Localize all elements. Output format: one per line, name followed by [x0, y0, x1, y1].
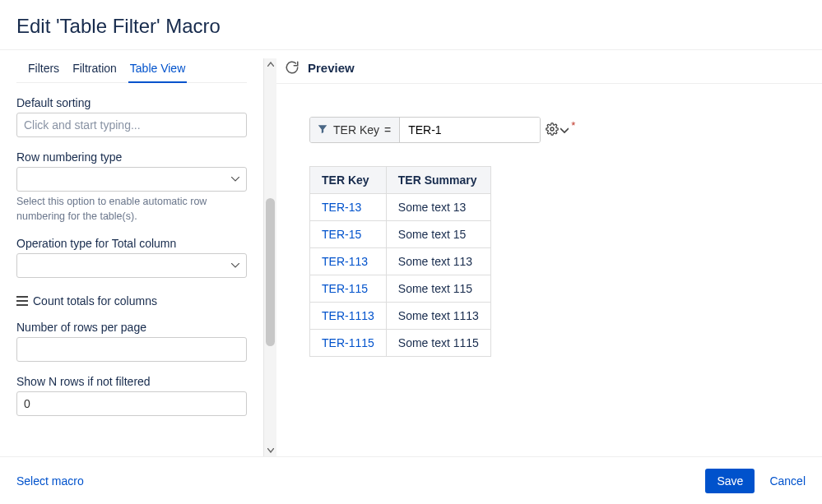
cell-ter-summary: Some text 113	[386, 248, 490, 275]
table-row: TER-1115Some text 1115	[310, 330, 491, 357]
input-default-sorting[interactable]	[16, 113, 247, 137]
cell-ter-key[interactable]: TER-115	[310, 275, 387, 303]
settings-pane: Filters Filtration Table View Default so…	[0, 50, 263, 456]
tab-filters[interactable]: Filters	[26, 58, 61, 82]
required-asterisk: *	[571, 119, 575, 132]
cell-ter-summary: Some text 1113	[386, 303, 490, 330]
filter-row: TER Key = *	[309, 117, 789, 143]
footer-actions: Save Cancel	[705, 469, 806, 493]
cell-ter-summary: Some text 13	[386, 194, 490, 221]
table-row: TER-13Some text 13	[310, 194, 491, 221]
label-rows-per-page: Number of rows per page	[16, 321, 247, 334]
label-default-sorting: Default sorting	[16, 96, 247, 109]
preview-title: Preview	[308, 61, 355, 75]
table-header-row: TER Key TER Summary	[310, 167, 491, 194]
table-row: TER-113Some text 113	[310, 248, 491, 275]
dialog-title: Edit 'Table Filter' Macro	[16, 15, 806, 38]
dialog-footer: Select macro Save Cancel	[0, 456, 822, 504]
filter-funnel-icon	[317, 123, 328, 137]
select-operation-type[interactable]	[16, 253, 247, 278]
field-row-numbering: Row numbering type Select this option to…	[16, 150, 247, 224]
svg-point-0	[550, 127, 554, 131]
hamburger-icon	[16, 296, 28, 306]
cell-ter-key[interactable]: TER-1115	[310, 330, 387, 357]
filter-value-input[interactable]	[400, 118, 540, 142]
chevron-down-icon	[560, 123, 569, 136]
table-row: TER-1113Some text 1113	[310, 303, 491, 330]
tab-table-view[interactable]: Table View	[128, 58, 187, 83]
label-show-n-rows: Show N rows if not filtered	[16, 375, 247, 388]
filter-box: TER Key =	[309, 117, 541, 143]
tab-filtration[interactable]: Filtration	[71, 58, 118, 82]
input-show-n-rows[interactable]	[16, 391, 247, 416]
count-totals-label: Count totals for columns	[33, 294, 157, 307]
table-row: TER-115Some text 115	[310, 275, 491, 303]
field-show-n-rows: Show N rows if not filtered	[16, 375, 247, 416]
col-ter-key[interactable]: TER Key	[310, 167, 387, 194]
filter-op: =	[384, 123, 391, 136]
cell-ter-summary: Some text 1115	[386, 330, 490, 357]
dialog-body: Filters Filtration Table View Default so…	[0, 49, 822, 456]
scroll-up-icon[interactable]	[264, 58, 276, 70]
cell-ter-key[interactable]: TER-1113	[310, 303, 387, 330]
col-ter-summary[interactable]: TER Summary	[386, 167, 490, 194]
field-rows-per-page: Number of rows per page	[16, 321, 247, 362]
label-operation-type: Operation type for Total column	[16, 237, 247, 250]
preview-body: TER Key = *	[276, 84, 822, 390]
save-button[interactable]: Save	[705, 469, 755, 493]
select-macro-link[interactable]: Select macro	[16, 474, 84, 488]
cell-ter-summary: Some text 15	[386, 221, 490, 248]
cell-ter-key[interactable]: TER-15	[310, 221, 387, 248]
cancel-button[interactable]: Cancel	[769, 474, 806, 488]
dialog-header: Edit 'Table Filter' Macro	[0, 0, 822, 48]
field-default-sorting: Default sorting	[16, 96, 247, 137]
cell-ter-summary: Some text 115	[386, 275, 490, 303]
cell-ter-key[interactable]: TER-113	[310, 248, 387, 275]
filter-settings-button[interactable]	[546, 123, 569, 138]
refresh-icon[interactable]	[285, 60, 300, 75]
filter-field-name: TER Key	[333, 123, 379, 136]
select-row-numbering[interactable]	[16, 167, 247, 192]
preview-table: TER Key TER Summary TER-13Some text 13TE…	[309, 166, 491, 357]
cell-ter-key[interactable]: TER-13	[310, 194, 387, 221]
left-scrollbar[interactable]	[263, 58, 276, 456]
field-operation-type: Operation type for Total column	[16, 237, 247, 278]
input-rows-per-page[interactable]	[16, 337, 247, 362]
filter-field[interactable]: TER Key =	[310, 118, 400, 142]
scroll-thumb[interactable]	[266, 198, 275, 346]
table-row: TER-15Some text 15	[310, 221, 491, 248]
hint-row-numbering: Select this option to enable automatic r…	[16, 195, 247, 224]
scroll-down-icon[interactable]	[264, 445, 276, 456]
label-row-numbering: Row numbering type	[16, 150, 247, 164]
tabs: Filters Filtration Table View	[16, 50, 247, 83]
preview-pane: Preview TER Key =	[276, 50, 822, 456]
preview-header: Preview	[276, 50, 822, 84]
count-totals-button[interactable]: Count totals for columns	[16, 294, 247, 307]
gear-icon	[546, 123, 559, 138]
